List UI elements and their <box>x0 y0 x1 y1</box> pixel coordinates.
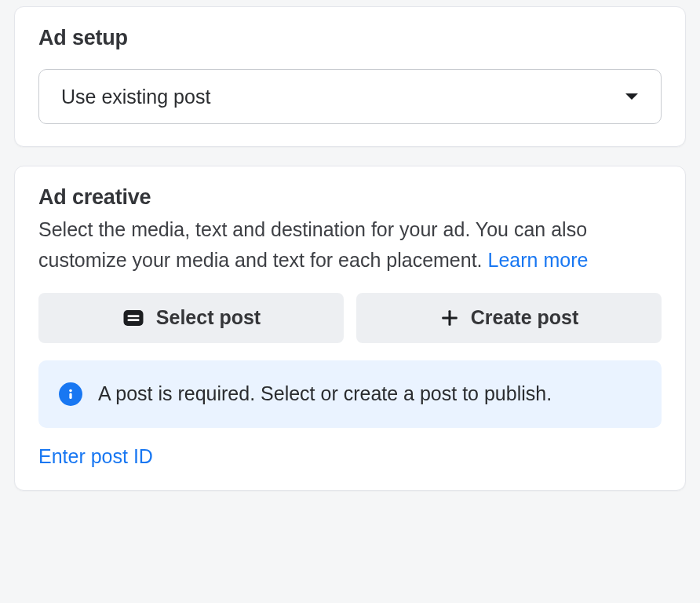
creative-button-row: Select post Create post <box>38 293 662 343</box>
enter-post-id-link[interactable]: Enter post ID <box>38 445 662 468</box>
svg-rect-0 <box>123 310 143 326</box>
create-post-button[interactable]: Create post <box>356 293 662 343</box>
ad-setup-dropdown[interactable]: Use existing post <box>38 69 662 124</box>
svg-rect-4 <box>442 316 458 319</box>
ad-creative-card: Ad creative Select the media, text and d… <box>14 166 686 491</box>
post-required-banner: A post is required. Select or create a p… <box>38 360 662 428</box>
info-icon <box>59 382 82 406</box>
plus-icon <box>439 308 460 328</box>
svg-rect-2 <box>127 319 139 321</box>
ad-creative-title: Ad creative <box>38 185 662 210</box>
create-post-label: Create post <box>471 306 579 329</box>
svg-rect-6 <box>69 393 71 399</box>
svg-point-5 <box>69 389 72 392</box>
learn-more-link[interactable]: Learn more <box>488 249 589 271</box>
select-post-label: Select post <box>156 306 261 329</box>
ad-setup-card: Ad setup Use existing post <box>14 6 686 147</box>
post-required-text: A post is required. Select or create a p… <box>98 382 552 405</box>
ad-setup-title: Ad setup <box>38 26 662 50</box>
caret-down-icon <box>625 92 639 101</box>
ad-creative-subtitle: Select the media, text and destination f… <box>38 214 662 276</box>
post-icon <box>122 306 145 330</box>
ad-setup-dropdown-value: Use existing post <box>61 86 210 108</box>
svg-rect-1 <box>127 315 139 317</box>
select-post-button[interactable]: Select post <box>38 293 344 343</box>
